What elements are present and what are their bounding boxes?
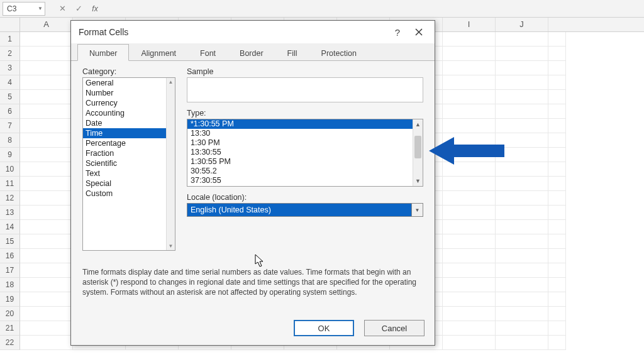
row-header-11[interactable]: 11 [0,177,20,191]
cell[interactable] [548,249,566,263]
locale-dropdown-icon[interactable]: ▼ [411,204,423,216]
cell[interactable] [20,336,73,350]
category-item-time[interactable]: Time [83,128,166,138]
close-button[interactable] [408,23,430,41]
row-header-4[interactable]: 4 [0,75,20,90]
cell[interactable] [443,47,496,61]
scroll-up-icon[interactable]: ▲ [413,119,423,129]
cell[interactable] [496,336,548,350]
cell[interactable] [548,104,566,119]
tab-protection[interactable]: Protection [309,44,369,61]
column-header-J[interactable]: J [496,18,548,31]
cell[interactable] [548,336,566,350]
cell[interactable] [548,61,566,75]
column-header-A[interactable]: A [20,18,73,31]
cell[interactable] [496,90,548,104]
cell[interactable] [443,90,496,104]
help-button[interactable]: ? [387,23,408,41]
cell[interactable] [548,263,566,278]
cell[interactable] [20,104,73,119]
cell[interactable] [496,278,548,292]
cell[interactable] [20,119,73,133]
category-item-number[interactable]: Number [83,88,166,98]
type-item[interactable]: *1:30:55 PM [187,119,413,129]
cell[interactable] [443,263,496,278]
category-scrollbar[interactable]: ▲▼ [166,78,175,250]
cell[interactable] [496,104,548,119]
cell[interactable] [443,61,496,75]
cell[interactable] [548,119,566,133]
row-header-21[interactable]: 21 [0,321,20,336]
cell[interactable] [20,47,73,61]
cell[interactable] [496,321,548,336]
type-list[interactable]: *1:30:55 PM13:301:30 PM13:30:551:30:55 P… [187,119,423,187]
scroll-track[interactable] [413,129,423,176]
row-header-8[interactable]: 8 [0,133,20,148]
cell[interactable] [20,278,73,292]
cell[interactable] [443,336,496,350]
cell[interactable] [20,249,73,263]
cell[interactable] [496,220,548,234]
cell[interactable] [443,292,496,307]
cell[interactable] [548,292,566,307]
cell[interactable] [443,119,496,133]
cell[interactable] [548,133,566,148]
category-item-currency[interactable]: Currency [83,98,166,108]
cell[interactable] [443,75,496,90]
cancel-button[interactable]: Cancel [364,320,425,336]
cell[interactable] [496,61,548,75]
tab-alignment[interactable]: Alignment [129,44,188,61]
row-header-15[interactable]: 15 [0,234,20,249]
cell[interactable] [496,263,548,278]
cell[interactable] [496,234,548,249]
row-header-13[interactable]: 13 [0,206,20,220]
cell[interactable] [548,321,566,336]
cell[interactable] [20,321,73,336]
cell[interactable] [548,148,566,162]
category-list[interactable]: GeneralNumberCurrencyAccountingDateTimeP… [82,77,175,251]
tab-border[interactable]: Border [228,44,275,61]
category-item-text[interactable]: Text [83,168,166,178]
tab-fill[interactable]: Fill [275,44,309,61]
cell[interactable] [20,263,73,278]
type-item[interactable]: 1:30 PM [187,138,413,148]
cell[interactable] [20,32,73,47]
cell[interactable] [20,148,73,162]
row-header-6[interactable]: 6 [0,104,20,119]
cell[interactable] [443,307,496,321]
row-header-1[interactable]: 1 [0,32,20,47]
cell[interactable] [20,206,73,220]
name-box[interactable]: C3 ▼ [3,2,45,16]
cell[interactable] [548,47,566,61]
cell[interactable] [443,206,496,220]
category-item-custom[interactable]: Custom [83,189,166,199]
cell[interactable] [20,90,73,104]
cell[interactable] [20,177,73,191]
column-header-partial[interactable] [548,18,566,31]
cell[interactable] [548,278,566,292]
cell[interactable] [548,191,566,206]
cell[interactable] [496,307,548,321]
select-all-corner[interactable] [0,18,20,31]
row-header-14[interactable]: 14 [0,220,20,234]
cell[interactable] [548,162,566,177]
cell[interactable] [443,177,496,191]
type-item[interactable]: 13:30:55 [187,148,413,157]
cell[interactable] [548,220,566,234]
type-item[interactable]: 13:30 [187,129,413,138]
cell[interactable] [548,75,566,90]
cell[interactable] [443,321,496,336]
cell[interactable] [443,104,496,119]
cell[interactable] [20,75,73,90]
row-header-3[interactable]: 3 [0,61,20,75]
row-header-16[interactable]: 16 [0,249,20,263]
cell[interactable] [20,191,73,206]
row-header-20[interactable]: 20 [0,307,20,321]
ok-button[interactable]: OK [294,320,354,336]
row-header-17[interactable]: 17 [0,263,20,278]
cell[interactable] [20,162,73,177]
cell[interactable] [20,292,73,307]
cell[interactable] [496,47,548,61]
row-header-18[interactable]: 18 [0,278,20,292]
category-item-fraction[interactable]: Fraction [83,148,166,158]
